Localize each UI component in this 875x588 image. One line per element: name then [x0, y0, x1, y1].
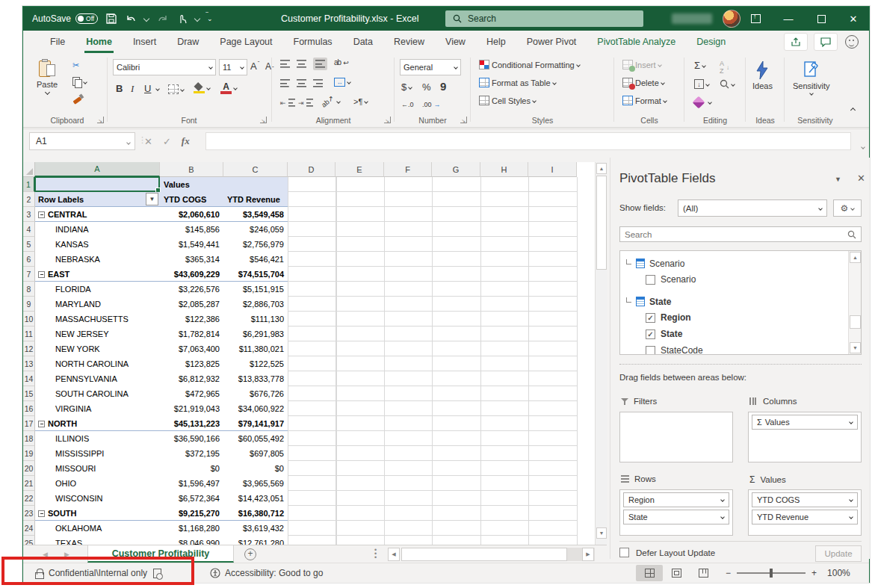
columns-area[interactable]: ΣValues: [748, 412, 862, 462]
row-header-17[interactable]: 17: [23, 416, 35, 431]
column-header-A[interactable]: A: [35, 162, 160, 177]
field-list-scrollbar[interactable]: ▲ ▼: [848, 251, 861, 354]
format-painter-button[interactable]: [72, 93, 83, 104]
fill-button[interactable]: ↓: [694, 79, 709, 89]
new-sheet-icon[interactable]: +: [244, 548, 256, 560]
bottom-align-button[interactable]: [313, 58, 327, 70]
zoom-level[interactable]: 100%: [827, 568, 850, 578]
pivot-row-oklahoma[interactable]: OKLAHOMA$1,168,280$3,619,432: [35, 521, 288, 536]
autosave-toggle[interactable]: AutoSave Off: [32, 13, 98, 24]
accessibility-status[interactable]: Accessibility: Good to go: [210, 563, 323, 583]
field-chip-ytd-cogs[interactable]: YTD COGS: [752, 492, 858, 507]
field-list-scroll-thumb[interactable]: [850, 315, 861, 329]
font-size-combo[interactable]: 11: [219, 59, 247, 75]
tab-review[interactable]: Review: [383, 31, 435, 53]
find-select-button[interactable]: [720, 79, 735, 89]
grow-font-button[interactable]: Aˆ: [250, 61, 259, 72]
fields-search-input[interactable]: Search: [619, 226, 862, 242]
font-name-combo[interactable]: Calibri: [113, 59, 216, 75]
ideas-button[interactable]: Ideas: [752, 61, 773, 90]
checkbox-region[interactable]: ✓: [646, 313, 655, 323]
merge-center-button[interactable]: ↔: [334, 78, 350, 87]
page-layout-view-button[interactable]: [663, 565, 690, 581]
tab-insert[interactable]: Insert: [123, 31, 167, 53]
shrink-font-button[interactable]: Aˇ: [265, 61, 274, 72]
field-list-scroll-up-icon[interactable]: ▲: [850, 252, 861, 263]
search-box[interactable]: Search: [445, 10, 643, 27]
pivot-row-massachusetts[interactable]: MASSACHUSETTS$122,386$111,130: [35, 312, 288, 327]
show-fields-dropdown[interactable]: (All): [678, 199, 827, 217]
row-header-18[interactable]: 18: [23, 431, 35, 446]
row-header-4[interactable]: 4: [23, 222, 35, 237]
zoom-slider-thumb[interactable]: [770, 569, 773, 578]
row-header-21[interactable]: 21: [23, 476, 35, 491]
checkbox-statecode[interactable]: [646, 346, 655, 356]
field-chip-ytd-revenue[interactable]: YTD Revenue: [752, 510, 858, 524]
underline-button[interactable]: U: [144, 83, 151, 94]
pivot-row-virginia[interactable]: VIRGINIA$21,919,043$34,060,922: [35, 401, 288, 416]
share-button[interactable]: [784, 33, 808, 51]
vertical-scroll-thumb[interactable]: [596, 176, 607, 270]
row-header-9[interactable]: 9: [23, 297, 35, 312]
row-header-6[interactable]: 6: [23, 252, 35, 267]
pivot-row-florida[interactable]: FLORIDA$3,226,576$5,151,915: [35, 282, 288, 297]
pivot-row-north-carolina[interactable]: NORTH CAROLINA$123,825$122,525: [35, 356, 288, 371]
pivot-row-central[interactable]: CENTRAL$2,060,610$3,549,458: [35, 207, 288, 222]
row-header-11[interactable]: 11: [23, 327, 35, 341]
styles-item-format-as-table[interactable]: Format as Table: [479, 78, 556, 87]
dropdown-icon[interactable]: [849, 498, 853, 502]
increase-indent-button[interactable]: ⇥: [298, 99, 313, 107]
minimize-button[interactable]: —: [772, 7, 805, 31]
row-header-22[interactable]: 22: [23, 491, 35, 506]
pivot-row-new-york[interactable]: NEW YORK$7,063,400$11,380,021: [35, 341, 288, 356]
align-right-button[interactable]: [313, 79, 323, 87]
row-header-16[interactable]: 16: [23, 401, 35, 416]
collapse-icon[interactable]: [38, 421, 45, 427]
pivot-row-maryland[interactable]: MARYLAND$2,085,287$2,886,703: [35, 297, 288, 312]
row-header-20[interactable]: 20: [23, 461, 35, 476]
column-header-F[interactable]: F: [384, 162, 432, 177]
clear-button[interactable]: [694, 98, 711, 107]
touch-mode-icon[interactable]: [176, 13, 188, 25]
tab-power-pivot[interactable]: Power Pivot: [516, 31, 587, 53]
align-left-button[interactable]: [280, 79, 290, 87]
row-header-7[interactable]: 7: [23, 267, 35, 282]
dropdown-icon[interactable]: [849, 420, 853, 424]
pivot-row-pennsylvania[interactable]: PENNSYLVANIA$6,812,932$13,833,778: [35, 371, 288, 386]
pane-options-icon[interactable]: ▼: [835, 176, 841, 183]
pivot-row-east[interactable]: EAST$43,609,229$74,515,704: [35, 267, 288, 282]
tab-view[interactable]: View: [435, 31, 476, 53]
autosum-button[interactable]: Σ: [694, 60, 705, 71]
defer-layout-checkbox[interactable]: [619, 548, 629, 557]
underline-dropdown-icon[interactable]: [155, 87, 160, 91]
filters-area[interactable]: [619, 412, 733, 462]
customize-qat-icon[interactable]: ⌄‾: [207, 15, 214, 22]
font-dialog-launcher-icon[interactable]: [260, 117, 267, 123]
copy-button[interactable]: [72, 77, 87, 87]
horizontal-scrollbar[interactable]: ◀ ▶: [388, 548, 595, 561]
paste-button[interactable]: Paste: [37, 59, 58, 94]
column-header-B[interactable]: B: [160, 162, 223, 177]
decrease-decimal-button[interactable]: .00→: [422, 101, 441, 108]
row-header-23[interactable]: 23: [23, 506, 35, 521]
accounting-format-button[interactable]: $: [401, 81, 412, 93]
column-header-H[interactable]: H: [480, 162, 528, 177]
cells-item-delete[interactable]: Delete: [622, 78, 664, 87]
scroll-up-icon[interactable]: ▲: [596, 163, 607, 174]
number-format-combo[interactable]: General: [400, 59, 461, 75]
pivot-row-north[interactable]: NORTH$45,131,223$79,141,917: [35, 416, 288, 431]
row-header-25[interactable]: 25: [23, 536, 35, 545]
scroll-left-icon[interactable]: ◀: [388, 548, 400, 561]
field-item-scenario[interactable]: Scenario: [626, 271, 846, 288]
worksheet-grid[interactable]: ABCDEFGHI 123456789101112131415161718192…: [23, 162, 595, 545]
row-header-13[interactable]: 13: [23, 356, 35, 371]
pivot-row-ohio[interactable]: OHIO$1,596,497$3,965,569: [35, 476, 288, 491]
row-header-5[interactable]: 5: [23, 237, 35, 252]
row-header-14[interactable]: 14: [23, 371, 35, 386]
pivot-row-illinois[interactable]: ILLINOIS$36,590,166$60,055,492: [35, 431, 288, 446]
cut-button[interactable]: ✂: [72, 61, 79, 70]
dropdown-icon[interactable]: [720, 515, 725, 519]
align-center-button[interactable]: [297, 79, 306, 87]
vertical-scrollbar[interactable]: ▲ ▼: [595, 162, 607, 551]
tab-home[interactable]: Home: [75, 31, 123, 53]
